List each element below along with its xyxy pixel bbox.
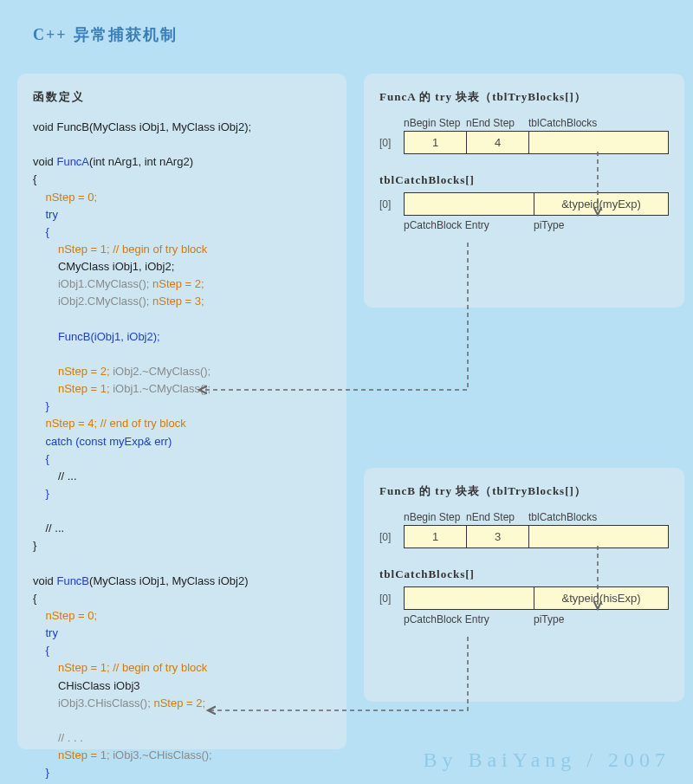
funca-tryblocks-table: 1 4 — [404, 131, 669, 154]
code-panel: 函数定义 void FuncB(MyClass iObj1, MyClass i… — [17, 74, 346, 749]
funca-pcatchblockentry — [405, 193, 534, 215]
funcb-try-panel: FuncB 的 try 块表（tblTryBlocks[]） nBegin St… — [364, 468, 684, 702]
page-title: C++ 异常捕获机制 — [33, 24, 178, 45]
funca-catch-labels: pCatchBlock Entry piType — [404, 219, 669, 231]
code-block: void FuncB(MyClass iObj1, MyClass iObj2)… — [33, 119, 341, 784]
funca-try-panel: FuncA 的 try 块表（tblTryBlocks[]） nBegin St… — [364, 74, 684, 308]
funcb-catchblocks-row: [0] &typeid(hisExp) — [379, 586, 669, 610]
funca-catchblocks-row: [0] &typeid(myExp) — [379, 192, 669, 216]
funca-catchblocks-table: &typeid(myExp) — [404, 192, 669, 216]
funca-tryblocks-row: [0] 1 4 — [379, 131, 669, 154]
funcb-catchblocks-table: &typeid(hisExp) — [404, 586, 669, 610]
funcb-catch-header: tblCatchBlocks[] — [379, 567, 669, 581]
funca-catchptr — [529, 132, 668, 153]
funcb-header: FuncB 的 try 块表（tblTryBlocks[]） — [379, 483, 669, 499]
funca-try-labels: nBegin Step nEnd Step tblCatchBlocks — [404, 117, 669, 129]
funca-catch-header: tblCatchBlocks[] — [379, 173, 669, 187]
funcb-try-labels: nBegin Step nEnd Step tblCatchBlocks — [404, 511, 669, 523]
code-header: 函数定义 — [33, 89, 341, 105]
funcb-nend: 3 — [467, 526, 529, 548]
funca-pitype: &typeid(myExp) — [534, 193, 668, 215]
funca-nbegin: 1 — [405, 132, 467, 153]
funcb-tryblocks-table: 1 3 — [404, 525, 669, 548]
funcb-tryblocks-row: [0] 1 3 — [379, 525, 669, 548]
footer-credit: By BaiYang / 2007 — [423, 748, 670, 772]
funca-nend: 4 — [467, 132, 529, 153]
title-rest: 异常捕获机制 — [68, 26, 178, 43]
funca-header: FuncA 的 try 块表（tblTryBlocks[]） — [379, 89, 669, 105]
funcb-pitype: &typeid(hisExp) — [534, 587, 668, 609]
funcb-nbegin: 1 — [405, 526, 467, 548]
title-cpp: C++ — [33, 26, 68, 43]
funcb-catchptr — [529, 526, 668, 548]
funcb-pcatchblockentry — [405, 587, 534, 609]
funcb-catch-labels: pCatchBlock Entry piType — [404, 613, 669, 625]
